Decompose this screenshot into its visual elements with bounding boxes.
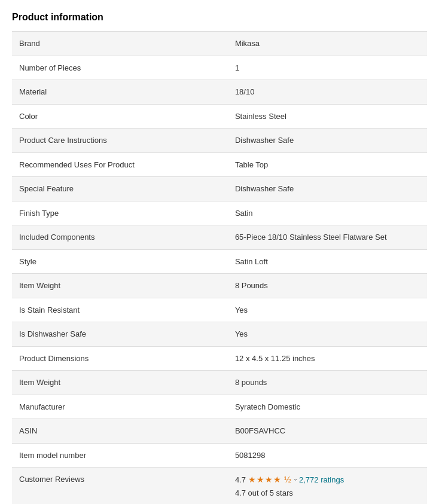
ratings-count-link[interactable]: 2,772 ratings — [299, 474, 344, 486]
table-row: Number of Pieces1 — [12, 56, 427, 80]
row-value: Yes — [228, 298, 427, 322]
table-row: Finish TypeSatin — [12, 201, 427, 225]
chevron-down-icon[interactable]: › — [291, 479, 300, 481]
table-row: Included Components65-Piece 18/10 Stainl… — [12, 225, 427, 250]
half-star-icon: ½ — [284, 474, 291, 486]
table-row: BrandMikasa — [12, 32, 427, 56]
table-row: ManufacturerSyratech Domestic — [12, 395, 427, 419]
row-value[interactable]: 4.7★★★★½›2,772 ratings4.7 out of 5 stars — [228, 468, 427, 505]
row-label: Manufacturer — [12, 395, 228, 419]
product-info-table: BrandMikasaNumber of Pieces1Material18/1… — [12, 31, 427, 504]
row-label: Brand — [12, 32, 228, 56]
row-value: Yes — [228, 322, 427, 347]
row-value: 5081298 — [228, 443, 427, 468]
row-label: Number of Pieces — [12, 56, 228, 80]
row-label: Included Components — [12, 225, 228, 250]
row-label: Recommended Uses For Product — [12, 152, 228, 177]
row-value: Satin — [228, 201, 427, 225]
row-label: Item model number — [12, 443, 228, 468]
row-value: 8 pounds — [228, 371, 427, 395]
table-row: StyleSatin Loft — [12, 249, 427, 274]
table-row: Item Weight8 pounds — [12, 371, 427, 395]
row-value: 12 x 4.5 x 11.25 inches — [228, 346, 427, 371]
table-row: Is Stain ResistantYes — [12, 298, 427, 322]
row-value: Table Top — [228, 152, 427, 177]
row-label: Finish Type — [12, 201, 228, 225]
rating-out-of: 4.7 out of 5 stars — [235, 487, 420, 499]
table-row: Item model number5081298 — [12, 443, 427, 468]
row-label: Product Care Instructions — [12, 129, 228, 153]
table-row: Product Dimensions12 x 4.5 x 11.25 inche… — [12, 346, 427, 371]
row-label: Is Stain Resistant — [12, 298, 228, 322]
table-row: Special FeatureDishwasher Safe — [12, 177, 427, 201]
row-value: Stainless Steel — [228, 104, 427, 129]
row-value: B00FSAVHCC — [228, 419, 427, 444]
table-row: Product Care InstructionsDishwasher Safe — [12, 129, 427, 153]
row-label: Customer Reviews — [12, 468, 228, 505]
row-value: Dishwasher Safe — [228, 129, 427, 153]
table-row: Material18/10 — [12, 80, 427, 105]
row-label: Special Feature — [12, 177, 228, 201]
table-row: ASINB00FSAVHCC — [12, 419, 427, 444]
row-value: Mikasa — [228, 32, 427, 56]
row-value: 65-Piece 18/10 Stainless Steel Flatware … — [228, 225, 427, 250]
rating-score: 4.7 — [235, 474, 246, 486]
row-value: 18/10 — [228, 80, 427, 105]
row-label: Style — [12, 249, 228, 274]
row-label: Product Dimensions — [12, 346, 228, 371]
table-row: Recommended Uses For ProductTable Top — [12, 152, 427, 177]
row-value: Satin Loft — [228, 249, 427, 274]
row-value: Dishwasher Safe — [228, 177, 427, 201]
customer-reviews-stars[interactable]: 4.7★★★★½›2,772 ratings — [235, 474, 344, 486]
row-label: Material — [12, 80, 228, 105]
table-row: Is Dishwasher SafeYes — [12, 322, 427, 347]
row-label: ASIN — [12, 419, 228, 444]
star-icons: ★★★★ — [248, 474, 282, 486]
row-value: 1 — [228, 56, 427, 80]
row-label: Is Dishwasher Safe — [12, 322, 228, 347]
row-label: Item Weight — [12, 274, 228, 298]
table-row: Item Weight8 Pounds — [12, 274, 427, 298]
row-value: Syratech Domestic — [228, 395, 427, 419]
row-label: Item Weight — [12, 371, 228, 395]
table-row: ColorStainless Steel — [12, 104, 427, 129]
row-label: Color — [12, 104, 228, 129]
row-value: 8 Pounds — [228, 274, 427, 298]
table-row: Customer Reviews4.7★★★★½›2,772 ratings4.… — [12, 468, 427, 505]
page-title: Product information — [12, 12, 427, 23]
